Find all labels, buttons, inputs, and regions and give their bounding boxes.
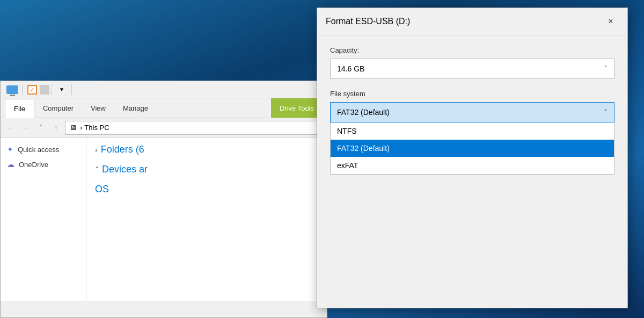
blank-icon-1[interactable] bbox=[40, 85, 49, 95]
toolbar-separator-2 bbox=[52, 84, 52, 95]
sidebar: ✦ Quick access ☁ OneDrive bbox=[1, 138, 86, 301]
star-icon: ✦ bbox=[7, 145, 13, 154]
devices-item[interactable]: ˅ Devices ar bbox=[95, 164, 318, 175]
filesystem-chevron: ˅ bbox=[604, 108, 608, 117]
devices-label: Devices ar bbox=[102, 164, 148, 175]
tab-view[interactable]: View bbox=[82, 98, 114, 118]
back-button[interactable]: ← bbox=[5, 122, 17, 134]
format-dialog: Format ESD-USB (D:) × Capacity: 14.6 GB … bbox=[317, 8, 628, 308]
filesystem-select-header[interactable]: FAT32 (Default) ˅ bbox=[330, 102, 614, 122]
address-bar: ← → ˅ ↑ 🖥 › This PC bbox=[1, 118, 327, 138]
filesystem-option-exfat[interactable]: exFAT bbox=[331, 157, 614, 174]
dropdown-button[interactable]: ˅ bbox=[35, 122, 47, 134]
capacity-label: Capacity: bbox=[330, 46, 614, 54]
devices-chevron: ˅ bbox=[95, 165, 99, 174]
capacity-value: 14.6 GB bbox=[337, 64, 364, 73]
folders-chevron: › bbox=[95, 146, 98, 154]
ribbon-tabs: File Computer View Manage Drive Tools bbox=[1, 98, 327, 118]
folders-item[interactable]: › Folders (6 bbox=[95, 144, 318, 155]
toolbar-row: ▼ bbox=[1, 81, 327, 98]
down-arrow-icon[interactable]: ▼ bbox=[54, 82, 69, 97]
dialog-titlebar: Format ESD-USB (D:) × bbox=[317, 8, 627, 35]
sidebar-item-quick-access[interactable]: ✦ Quick access bbox=[1, 142, 86, 157]
toolbar-separator-3 bbox=[71, 84, 72, 95]
tab-file[interactable]: File bbox=[5, 99, 34, 118]
toolbar-separator-1 bbox=[22, 84, 23, 95]
filesystem-option-fat32[interactable]: FAT32 (Default) bbox=[331, 140, 614, 157]
explorer-body: ✦ Quick access ☁ OneDrive › Folders (6 ˅… bbox=[1, 138, 327, 301]
tab-computer[interactable]: Computer bbox=[34, 98, 82, 118]
filesystem-option-ntfs[interactable]: NTFS bbox=[331, 122, 614, 140]
drive-tools-tab[interactable]: Drive Tools bbox=[271, 98, 323, 118]
path-separator: › bbox=[80, 124, 82, 132]
capacity-chevron: ˅ bbox=[604, 64, 608, 73]
filesystem-select-container: FAT32 (Default) ˅ NTFS FAT32 (Default) e… bbox=[330, 102, 614, 122]
computer-path-icon: 🖥 bbox=[70, 124, 77, 132]
main-content: › Folders (6 ˅ Devices ar OS bbox=[86, 138, 327, 301]
filesystem-label: File system bbox=[330, 90, 614, 98]
dialog-title: Format ESD-USB (D:) bbox=[326, 17, 410, 26]
sidebar-item-onedrive[interactable]: ☁ OneDrive bbox=[1, 157, 86, 172]
checkbox-toolbar-icon[interactable] bbox=[25, 82, 40, 97]
ribbon: ▼ File Computer View Manage Drive Tools bbox=[1, 81, 327, 118]
forward-button[interactable]: → bbox=[20, 122, 32, 134]
dialog-close-button[interactable]: × bbox=[603, 13, 619, 30]
quick-access-label: Quick access bbox=[18, 146, 59, 154]
path-text: This PC bbox=[84, 124, 109, 132]
os-label: OS bbox=[95, 184, 109, 195]
explorer-window: ▼ File Computer View Manage Drive Tools … bbox=[0, 81, 327, 318]
computer-toolbar-icon[interactable] bbox=[5, 82, 20, 97]
folders-label: Folders (6 bbox=[101, 144, 144, 155]
onedrive-label: OneDrive bbox=[19, 161, 48, 169]
address-path[interactable]: 🖥 › This PC bbox=[65, 121, 323, 135]
os-item[interactable]: OS bbox=[95, 184, 318, 195]
capacity-select[interactable]: 14.6 GB ˅ bbox=[330, 59, 614, 79]
filesystem-dropdown-list: NTFS FAT32 (Default) exFAT bbox=[330, 122, 614, 175]
cloud-icon: ☁ bbox=[7, 160, 14, 169]
tab-manage[interactable]: Manage bbox=[114, 98, 157, 118]
filesystem-selected-value: FAT32 (Default) bbox=[337, 108, 390, 117]
up-button[interactable]: ↑ bbox=[50, 122, 62, 134]
dialog-body: Capacity: 14.6 GB ˅ File system FAT32 (D… bbox=[317, 35, 627, 162]
